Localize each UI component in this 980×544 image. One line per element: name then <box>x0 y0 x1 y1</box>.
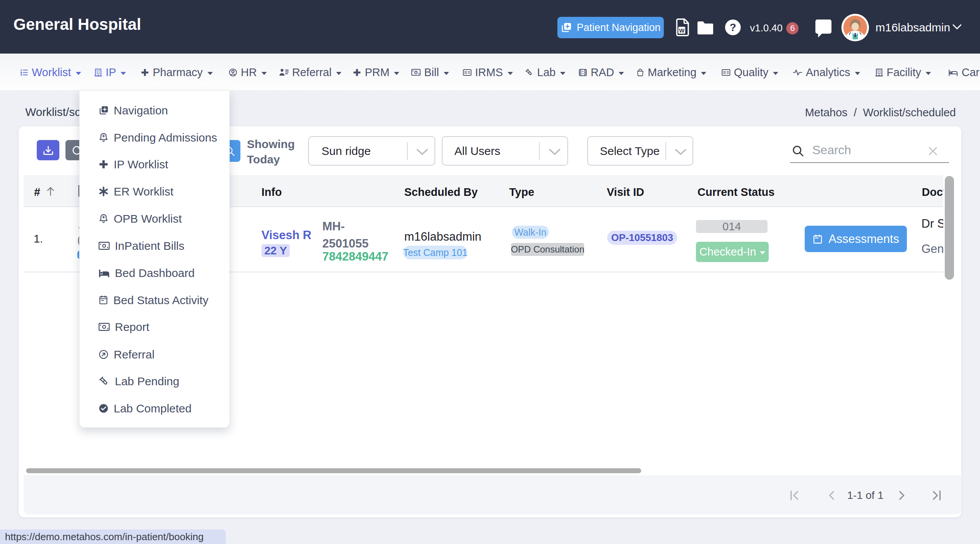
svg-text:W: W <box>679 27 685 34</box>
